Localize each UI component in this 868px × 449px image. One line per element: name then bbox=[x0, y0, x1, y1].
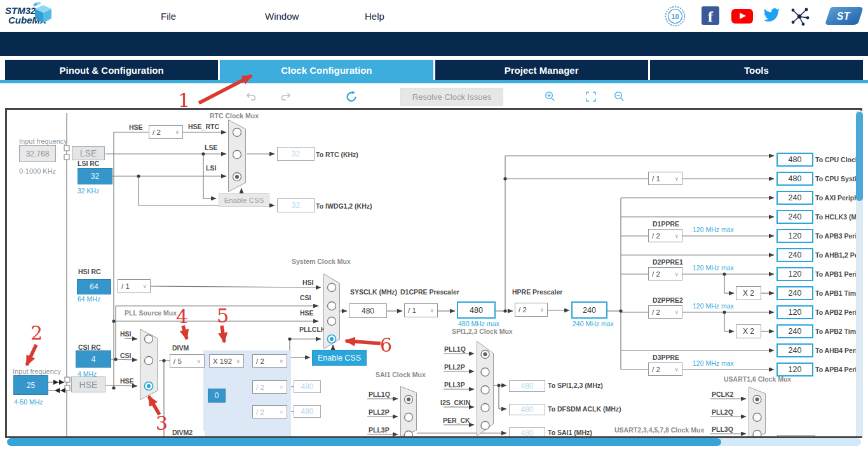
chevron-down-icon: ∨ bbox=[236, 358, 240, 364]
zoom-in-icon[interactable] bbox=[545, 91, 556, 104]
usart16-pll2q-label: PLL2Q bbox=[712, 408, 733, 416]
fracn1-value[interactable]: 0 bbox=[208, 389, 226, 403]
spi123-clock-mux-option-3[interactable] bbox=[481, 404, 489, 412]
d1ppre-dropdown[interactable]: / 2∨ bbox=[648, 229, 682, 242]
hsi-rc-value[interactable]: 64 bbox=[77, 279, 111, 294]
to-ahb1-2-peri-value: 240 bbox=[776, 248, 813, 262]
horizontal-scrollbar-thumb[interactable] bbox=[7, 438, 721, 446]
tab-pinout-configuration[interactable]: Pinout & Configuration bbox=[5, 60, 218, 80]
annotation-number-4: 4 bbox=[176, 305, 188, 328]
spi123-clock-mux-title: SPI1,2,3 Clock Mux bbox=[452, 328, 513, 335]
lse-wire-label: LSE bbox=[205, 144, 217, 151]
chevron-down-icon: ∨ bbox=[430, 307, 434, 314]
vertical-scrollbar-thumb[interactable] bbox=[856, 112, 863, 201]
horizontal-scrollbar[interactable] bbox=[7, 438, 861, 446]
fit-screen-icon[interactable] bbox=[586, 92, 596, 104]
usart16-clock-mux-option-1[interactable] bbox=[753, 413, 761, 422]
annotation-number-2: 2 bbox=[31, 322, 43, 344]
menu-file[interactable]: File bbox=[161, 11, 176, 22]
network-icon[interactable] bbox=[790, 7, 810, 26]
to-iwdg-value: 32 bbox=[277, 198, 315, 212]
to-apb3-peripl-label: To APB3 Peripl bbox=[815, 232, 856, 240]
sysclk-label: SYSCLK (MHz) bbox=[350, 288, 397, 296]
resolve-clock-issues-button[interactable]: Resolve Clock Issues bbox=[400, 88, 503, 106]
to-ahb4-peripl-label: To AHB4 Peripl bbox=[815, 347, 856, 354]
sai1-clock-mux-option-2[interactable] bbox=[405, 431, 413, 439]
to-dfsdm-value: 480 bbox=[509, 404, 545, 415]
refresh-icon[interactable] bbox=[345, 90, 358, 105]
main-tabs: Pinout & Configuration Clock Configurati… bbox=[5, 60, 863, 80]
lsi-rc-value[interactable]: 32 bbox=[78, 168, 112, 184]
twitter-icon[interactable] bbox=[761, 6, 782, 25]
d1cpre-dropdown[interactable]: / 1∨ bbox=[404, 303, 438, 317]
d1cpre-output-value: 480 bbox=[457, 301, 496, 319]
menu-help[interactable]: Help bbox=[365, 11, 384, 22]
d3ppre-label: D3PPRE bbox=[653, 354, 679, 361]
system-clock-mux-option-2[interactable] bbox=[328, 317, 336, 326]
d1ppre-label: D1PPRE bbox=[653, 220, 679, 228]
pll-source-mux-option-0[interactable] bbox=[145, 335, 153, 343]
vertical-scrollbar[interactable] bbox=[856, 111, 863, 436]
d3ppre-max-label: 120 MHz max bbox=[693, 359, 734, 367]
hpre-dropdown[interactable]: / 2∨ bbox=[515, 303, 548, 317]
hsi-rc-label: HSI RC bbox=[78, 268, 101, 275]
to-spi123-value: 480 bbox=[509, 380, 545, 392]
spi123-clock-mux-option-1[interactable] bbox=[481, 368, 489, 376]
d2ppre1-dropdown[interactable]: / 2∨ bbox=[648, 267, 682, 280]
zoom-out-icon[interactable] bbox=[614, 91, 625, 104]
hsi-divider-dropdown[interactable]: / 1∨ bbox=[118, 279, 151, 293]
tab-tools[interactable]: Tools bbox=[650, 60, 863, 80]
to-apb4-peripl-value: 120 bbox=[776, 363, 813, 376]
hse-input-frequency-field[interactable]: 25 bbox=[13, 375, 48, 395]
chevron-down-icon: ∨ bbox=[279, 358, 283, 364]
to-hclk3-mh-value: 240 bbox=[776, 210, 813, 224]
d2ppre2-dropdown[interactable]: / 2∨ bbox=[648, 305, 682, 319]
rtc-clock-mux bbox=[228, 120, 246, 192]
enable-css-sysclk-button[interactable]: Enable CSS bbox=[312, 350, 367, 366]
redo-icon[interactable] bbox=[280, 92, 291, 104]
lse-input-frequency-field[interactable]: 32.768 bbox=[19, 145, 56, 162]
hse-rtc-divider-dropdown[interactable]: / 2∨ bbox=[149, 125, 183, 139]
annotation-number-6: 6 bbox=[380, 334, 392, 356]
divq1-dropdown[interactable]: / 2∨ bbox=[252, 380, 287, 394]
d3ppre-dropdown[interactable]: / 2∨ bbox=[648, 363, 682, 376]
divr1-dropdown[interactable]: / 2∨ bbox=[252, 405, 287, 418]
chevron-down-icon: ∨ bbox=[142, 283, 147, 289]
facebook-icon[interactable]: f bbox=[702, 6, 719, 25]
menu-window[interactable]: Window bbox=[265, 11, 299, 22]
divm-dropdown-value: / 5 bbox=[173, 357, 182, 365]
divr1-dropdown-value: / 2 bbox=[256, 408, 264, 416]
usart16-clock-mux-option-2[interactable] bbox=[753, 431, 761, 439]
lse-input-frequency-label: Input frequency bbox=[19, 137, 67, 145]
pll-mux-hse-label: HSE bbox=[120, 377, 134, 385]
chevron-down-icon: ∨ bbox=[674, 233, 679, 239]
rtc-clock-mux-option-0[interactable] bbox=[233, 128, 241, 137]
tab-project-manager[interactable]: Project Manager bbox=[435, 60, 648, 80]
pll-source-mux-title: PLL Source Mux bbox=[125, 309, 177, 317]
chevron-down-icon: ∨ bbox=[674, 176, 679, 182]
sai-mux-pll1q-label: PLL1Q bbox=[369, 390, 390, 398]
system-clock-mux-option-0[interactable] bbox=[328, 284, 336, 292]
hse-node[interactable]: HSE bbox=[71, 376, 105, 392]
enable-css-rtc-button[interactable]: Enable CSS bbox=[219, 193, 269, 207]
rtc-clock-mux-option-1[interactable] bbox=[233, 151, 241, 159]
undo-icon[interactable] bbox=[246, 92, 257, 104]
to-cpu-systick-label: To CPU Systick bbox=[815, 175, 856, 183]
pll-source-mux-option-1[interactable] bbox=[145, 357, 153, 365]
divm-dropdown[interactable]: / 5∨ bbox=[170, 354, 205, 368]
divn1-dropdown[interactable]: X 192∨ bbox=[209, 354, 244, 368]
lse-node[interactable]: LSE bbox=[72, 146, 105, 160]
csi-rc-value[interactable]: 4 bbox=[76, 350, 111, 368]
divp1-dropdown[interactable]: / 2∨ bbox=[252, 354, 287, 368]
to-axi-periphe-label: To AXI Periphe bbox=[815, 194, 856, 202]
x2-multiplier: X 2 bbox=[736, 286, 761, 300]
ten-years-badge-icon: 10 bbox=[665, 6, 686, 27]
spi123-clock-mux-option-2[interactable] bbox=[481, 386, 489, 394]
sai1-clock-mux-option-1[interactable] bbox=[405, 413, 413, 422]
youtube-icon[interactable] bbox=[731, 9, 753, 24]
tab-clock-configuration[interactable]: Clock Configuration bbox=[220, 60, 433, 80]
row1-dropdown[interactable]: / 1∨ bbox=[648, 172, 682, 185]
spi123-clock-mux-option-4[interactable] bbox=[481, 422, 489, 430]
to-rtc-value: 32 bbox=[277, 147, 315, 161]
system-clock-mux-option-1[interactable] bbox=[328, 302, 336, 310]
